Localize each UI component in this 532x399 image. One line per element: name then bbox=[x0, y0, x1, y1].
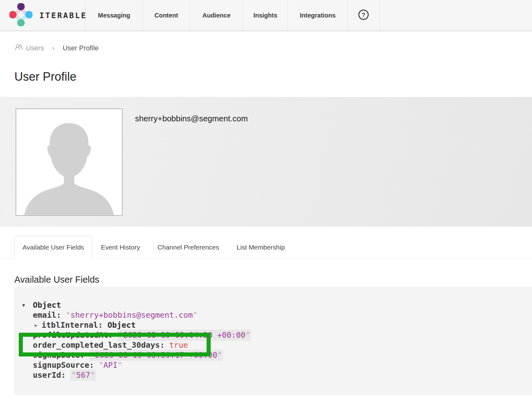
json-row-signupdate: signupDate:"2020-03-19 03:59:17 +00:00" bbox=[15, 350, 532, 360]
users-icon bbox=[14, 44, 26, 53]
quote: " bbox=[193, 310, 198, 320]
breadcrumb-current: User Profile bbox=[63, 44, 98, 52]
colon: : bbox=[108, 330, 113, 340]
breadcrumb-users-label: Users bbox=[26, 44, 44, 52]
json-key: profileUpdatedAt bbox=[33, 330, 108, 340]
quote: " bbox=[90, 351, 95, 360]
highlighted-value: "2020-03-19 03:59:17 +00:00" bbox=[89, 350, 223, 361]
json-row-itblinternal[interactable]: ▶itblInternal:Object bbox=[15, 320, 532, 330]
json-root-row[interactable]: ▼Object bbox=[15, 300, 532, 310]
json-key: itblInternal bbox=[42, 320, 98, 330]
quote: " bbox=[99, 360, 103, 370]
section-heading: Available User Fields bbox=[14, 274, 532, 285]
avatar bbox=[16, 109, 123, 216]
colon: : bbox=[98, 320, 103, 330]
expand-arrow-icon[interactable]: ▼ bbox=[22, 300, 33, 310]
colon: : bbox=[80, 350, 85, 360]
breadcrumb-users-link[interactable]: Users bbox=[14, 44, 44, 53]
json-boolean-value: true bbox=[169, 340, 188, 350]
json-key: userId bbox=[33, 370, 61, 380]
tab-channel-preferences[interactable]: Channel Preferences bbox=[149, 236, 228, 259]
user-email: sherry+bobbins@segment.com bbox=[135, 114, 248, 124]
profile-tabs: Available User Fields Event History Chan… bbox=[0, 236, 532, 259]
json-value: 2020-03-19 03:59:17 +00:00 bbox=[95, 351, 217, 360]
question-mark-circle-icon: ? bbox=[357, 8, 370, 22]
breadcrumb: Users › User Profile bbox=[14, 43, 532, 53]
colon: : bbox=[56, 310, 61, 320]
colon: : bbox=[160, 340, 164, 350]
json-row-order-completed: order_completed_last_30days:true bbox=[15, 340, 532, 350]
collapsed-arrow-icon[interactable]: ▶ bbox=[35, 320, 42, 330]
quote: " bbox=[245, 331, 250, 340]
brand-wordmark: ITERABLE bbox=[39, 11, 87, 20]
json-object-label: Object bbox=[108, 320, 136, 330]
json-root-label: Object bbox=[33, 300, 61, 310]
nav-item-insights[interactable]: Insights bbox=[243, 0, 288, 31]
highlighted-value: "567" bbox=[70, 370, 96, 381]
quote: " bbox=[71, 371, 76, 380]
json-value: sherry+bobbins@segment.com bbox=[70, 310, 193, 320]
json-value: API bbox=[103, 360, 118, 370]
tab-list-membership[interactable]: List Membership bbox=[228, 236, 294, 259]
colon: : bbox=[89, 360, 94, 370]
quote: " bbox=[217, 351, 222, 360]
json-key: order_completed_last_30days bbox=[33, 340, 160, 350]
json-key: signupSource bbox=[33, 360, 89, 370]
quote: " bbox=[66, 310, 70, 320]
nav-item-messaging[interactable]: Messaging bbox=[85, 0, 143, 31]
json-row-email: email:"sherry+bobbins@segment.com" bbox=[15, 310, 532, 320]
chevron-right-icon: › bbox=[52, 44, 54, 53]
user-fields-panel: ▼Object email:"sherry+bobbins@segment.co… bbox=[14, 287, 532, 395]
json-value: 2020-03-19 09:04:30 +00:00 bbox=[123, 331, 245, 340]
json-key: email bbox=[33, 310, 56, 320]
iterable-diamond-icon bbox=[9, 3, 33, 28]
nav-item-integrations[interactable]: Integrations bbox=[288, 0, 348, 31]
json-row-signupsource: signupSource:"API" bbox=[15, 360, 532, 370]
nav-item-content[interactable]: Content bbox=[143, 0, 190, 31]
svg-text:?: ? bbox=[362, 12, 365, 18]
json-value: 567 bbox=[76, 371, 90, 380]
colon: : bbox=[61, 370, 66, 380]
profile-hero: sherry+bobbins@segment.com bbox=[0, 97, 532, 227]
quote: " bbox=[118, 331, 123, 340]
top-nav: ITERABLE Messaging Content Audience Insi… bbox=[0, 0, 532, 31]
highlighted-value: "2020-03-19 09:04:30 +00:00" bbox=[118, 330, 251, 341]
page-title: User Profile bbox=[14, 69, 532, 84]
person-silhouette-icon bbox=[16, 109, 122, 215]
help-button[interactable]: ? bbox=[348, 0, 379, 31]
quote: " bbox=[118, 360, 122, 370]
json-row-profileupdatedat: profileUpdatedAt:"2020-03-19 09:04:30 +0… bbox=[15, 330, 532, 340]
tab-event-history[interactable]: Event History bbox=[92, 236, 149, 259]
quote: " bbox=[90, 371, 95, 380]
iterable-logo[interactable]: ITERABLE bbox=[0, 0, 85, 31]
user-profile-page: ITERABLE Messaging Content Audience Insi… bbox=[0, 0, 532, 399]
json-row-userid: userId:"567" bbox=[15, 370, 532, 380]
json-key: signupDate bbox=[33, 350, 80, 360]
tab-available-user-fields[interactable]: Available User Fields bbox=[14, 236, 92, 259]
nav-item-audience[interactable]: Audience bbox=[190, 0, 243, 31]
